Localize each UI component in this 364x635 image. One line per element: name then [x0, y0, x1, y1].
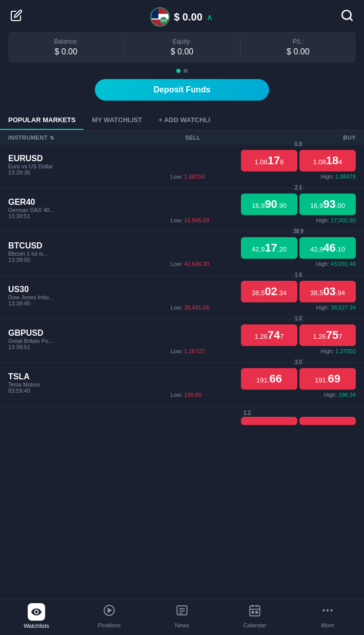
cfd-flag-icon: CFD	[150, 7, 170, 27]
bottom-navigation: Watchlists Positions News	[0, 599, 364, 635]
pl-value: $ 0.00	[240, 47, 356, 56]
market-row[interactable]: EURUSD Euro vs US Dollar 13:39:36 0.8 1.…	[0, 145, 364, 188]
pl-label: P/L:	[240, 38, 356, 45]
market-row[interactable]: TSLA Tesla Motors 03:59:40 3.0 191.66 19…	[0, 363, 364, 407]
price-buttons: 28.9 42,917.20 42,946.10	[241, 237, 356, 259]
market-info-gbpusd: GBPUSD Great Britain Po... 13:39:51	[8, 329, 119, 350]
market-desc: German DAX 40...	[8, 207, 119, 213]
price-range: Low: 1.08154 High: 1.08478	[171, 174, 356, 180]
svg-rect-6	[250, 606, 260, 616]
column-headers: INSTRUMENT ⇅ SELL BUY	[0, 130, 364, 145]
market-name: TSLA	[8, 372, 119, 381]
price-group: 28.9 42,917.20 42,946.10 Low: 42,634.30 …	[171, 237, 356, 267]
market-row[interactable]: GER40 German DAX 40... 13:39:51 2.1 16,9…	[0, 188, 364, 232]
calendar-icon	[248, 604, 261, 620]
price-buttons: 1.0 1.26747 1.26757	[241, 324, 356, 346]
balance-value: $ 0.00	[8, 47, 124, 56]
buy-button[interactable]: 191.69	[299, 368, 356, 390]
nav-positions[interactable]: Positions	[73, 604, 146, 628]
market-info-us30: US30 Dow Jones Indu... 13:39:45	[8, 285, 119, 306]
market-time: 13:39:51	[8, 344, 119, 350]
search-icon[interactable]	[340, 9, 354, 25]
tab-my-watchlist[interactable]: MY WATCHLIST	[84, 111, 150, 130]
col-header-instrument[interactable]: INSTRUMENT ⇅	[8, 134, 138, 141]
market-time: 13:39:51	[8, 213, 119, 219]
market-time: 03:59:40	[8, 388, 119, 394]
header-balance-area[interactable]: CFD $ 0.00 ∧	[150, 7, 213, 27]
buy-button[interactable]: 38,503.94	[299, 281, 356, 302]
price-buttons: 1.6 38,502.34 38,503.94	[241, 281, 356, 302]
buy-button[interactable]: 42,946.10	[299, 237, 356, 259]
sell-button[interactable]: 16,990.90	[241, 194, 297, 215]
news-icon	[175, 604, 189, 620]
market-name: GER40	[8, 198, 119, 207]
balance-item-equity: Equity: $ 0.00	[124, 38, 240, 56]
deposit-section: Deposit Funds	[0, 79, 364, 101]
spread-badge: 1.0	[293, 315, 304, 322]
sell-button[interactable]: 191.66	[241, 368, 297, 390]
nav-watchlists[interactable]: Watchlists	[0, 603, 73, 629]
svg-rect-11	[256, 611, 257, 613]
tab-popular-markets[interactable]: POPULAR MARKETS	[0, 111, 84, 130]
market-chart	[125, 198, 166, 219]
market-time: 13:39:36	[8, 169, 119, 176]
market-row[interactable]: GBPUSD Great Britain Po... 13:39:51 1.0 …	[0, 319, 364, 363]
svg-point-12	[322, 609, 325, 611]
tab-add-watchlist[interactable]: + ADD WATCHLI	[150, 111, 218, 130]
market-chart	[125, 373, 166, 393]
balance-item-pl: P/L: $ 0.00	[240, 38, 356, 56]
price-buttons: 2.1 16,990.90 16,993.00	[241, 194, 356, 215]
market-row[interactable]: BTCUSD Bitcoin 1 lot is... 13:39:50 28.9…	[0, 232, 364, 276]
market-tabs: POPULAR MARKETS MY WATCHLIST + ADD WATCH…	[0, 111, 364, 130]
market-desc: Dow Jones Indu...	[8, 294, 119, 300]
buy-button[interactable]: 1.26757	[299, 324, 356, 346]
spread-badge: 28.9	[291, 228, 305, 235]
dot-2	[184, 69, 188, 73]
svg-point-13	[327, 609, 329, 611]
price-buttons: 0.8 1.08176 1.08184	[241, 150, 356, 171]
price-group: 1.6 38,502.34 38,503.94 Low: 38,491.06 H…	[171, 281, 356, 311]
sell-button[interactable]: 42,917.20	[241, 237, 297, 259]
sell-button[interactable]: 1.26747	[241, 324, 297, 346]
svg-rect-10	[252, 611, 254, 613]
nav-calendar-label: Calendar	[244, 622, 267, 628]
sort-arrow-icon: ⇅	[50, 135, 54, 141]
equity-value: $ 0.00	[124, 47, 239, 56]
market-name: US30	[8, 285, 119, 294]
market-desc: Great Britain Po...	[8, 338, 119, 344]
nav-calendar[interactable]: Calendar	[218, 604, 291, 628]
market-info-ger40: GER40 German DAX 40... 13:39:51	[8, 198, 119, 219]
col-header-buy: BUY	[247, 134, 356, 141]
market-desc: Euro vs US Dollar	[8, 163, 119, 169]
sell-button[interactable]: 38,502.34	[241, 281, 297, 302]
buy-button[interactable]: 16,993.00	[299, 194, 356, 215]
spread-badge: 3.0	[293, 359, 304, 365]
price-range: Low: 42,634.30 High: 43,091.40	[171, 261, 356, 267]
sell-button[interactable]: 1.08176	[241, 150, 297, 171]
nav-watchlists-label: Watchlists	[24, 623, 49, 629]
edit-icon[interactable]	[10, 9, 23, 25]
buy-button[interactable]: 1.08184	[299, 150, 356, 171]
price-group: 3.0 191.66 191.69 Low: 190.60 High: 196.…	[171, 368, 356, 398]
app-header: CFD $ 0.00 ∧	[0, 0, 364, 32]
deposit-funds-button[interactable]: Deposit Funds	[95, 79, 269, 101]
more-icon	[321, 604, 334, 620]
watchlists-icon	[28, 603, 45, 621]
nav-positions-label: Positions	[98, 622, 121, 628]
balance-label: Balance:	[8, 38, 124, 45]
market-list: EURUSD Euro vs US Dollar 13:39:36 0.8 1.…	[0, 145, 364, 432]
price-range: Low: 16,945.09 High: 17,002.80	[171, 217, 356, 223]
header-arrow-icon: ∧	[207, 12, 213, 22]
price-group: 0.8 1.08176 1.08184 Low: 1.08154 High: 1…	[171, 150, 356, 180]
svg-line-1	[350, 18, 352, 21]
price-range: Low: 38,491.06 High: 38,527.34	[171, 304, 356, 311]
market-chart	[125, 285, 166, 306]
pagination-dots	[0, 69, 364, 73]
market-chart	[125, 329, 166, 350]
nav-more[interactable]: More	[291, 604, 364, 628]
nav-news[interactable]: News	[146, 604, 218, 628]
market-chart	[125, 155, 166, 175]
price-group: 1.0 1.26747 1.26757 Low: 1.26722 High: 1…	[171, 324, 356, 354]
price-buttons: 3.0 191.66 191.69	[241, 368, 356, 390]
market-row[interactable]: US30 Dow Jones Indu... 13:39:45 1.6 38,5…	[0, 276, 364, 319]
